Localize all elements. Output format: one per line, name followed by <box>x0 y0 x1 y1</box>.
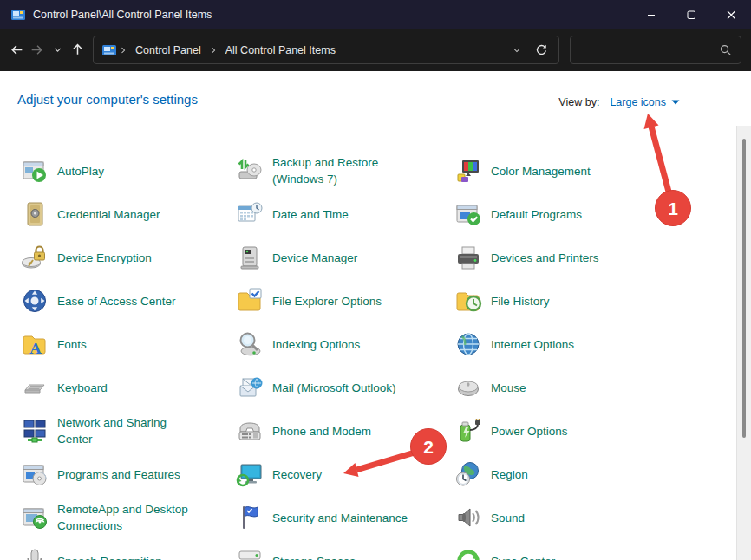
item-label: Mail (Microsoft Outlook) <box>272 380 396 396</box>
item-storage-spaces[interactable]: Storage Spaces <box>234 539 453 560</box>
devices-printers-icon <box>454 244 482 271</box>
item-region[interactable]: Region <box>453 453 734 496</box>
item-label: Recovery <box>272 466 322 483</box>
item-label: Power Options <box>491 423 568 440</box>
search-input[interactable] <box>579 44 719 56</box>
indexing-options-icon <box>236 330 264 358</box>
titlebar: Control Panel\All Control Panel Items <box>0 0 751 29</box>
item-mail-microsoft-outlook[interactable]: Mail (Microsoft Outlook) <box>234 366 453 409</box>
maximize-icon <box>684 8 698 22</box>
breadcrumb-all-control-panel-items[interactable]: All Control Panel Items <box>220 41 341 60</box>
item-autoplay[interactable]: AutoPlay <box>19 149 234 192</box>
back-icon <box>10 42 24 57</box>
item-date-and-time[interactable]: Date and Time <box>234 192 453 236</box>
content-area: Adjust your computer's settings View by:… <box>0 71 751 560</box>
minimize-button[interactable] <box>631 0 671 29</box>
internet-options-icon <box>454 330 482 358</box>
caret-down-icon <box>671 99 680 106</box>
speech-recognition-icon <box>21 547 49 560</box>
power-options-icon <box>454 417 482 445</box>
back-button[interactable] <box>7 37 27 63</box>
item-network-and-sharing-center[interactable]: Network and Sharing Center <box>19 409 234 453</box>
item-credential-manager[interactable]: Credential Manager <box>19 192 234 236</box>
color-management-icon <box>454 157 482 185</box>
item-label: Indexing Options <box>272 336 360 353</box>
mouse-icon <box>454 374 482 401</box>
item-programs-and-features[interactable]: Programs and Features <box>19 453 234 496</box>
refresh-button[interactable] <box>529 38 553 62</box>
item-label: Date and Time <box>272 206 349 223</box>
remoteapp-icon <box>21 504 49 531</box>
item-sound[interactable]: Sound <box>453 496 734 539</box>
item-fonts[interactable]: AFonts <box>19 322 234 366</box>
item-mouse[interactable]: Mouse <box>453 366 734 409</box>
window-title: Control Panel\All Control Panel Items <box>33 9 212 21</box>
item-label: Device Manager <box>272 250 357 266</box>
item-speech-recognition[interactable]: Speech Recognition <box>19 539 234 560</box>
item-label: Storage Spaces <box>272 553 356 560</box>
item-file-history[interactable]: File History <box>453 279 734 322</box>
item-label: Devices and Printers <box>491 250 599 266</box>
view-by-control: View by: Large icons <box>558 96 680 108</box>
item-device-encryption[interactable]: Device Encryption <box>19 236 234 279</box>
up-button[interactable] <box>68 37 88 63</box>
item-label: Network and Sharing Center <box>57 414 194 447</box>
close-icon <box>724 8 738 22</box>
item-label: File History <box>491 293 550 309</box>
item-internet-options[interactable]: Internet Options <box>453 322 734 366</box>
item-color-management[interactable]: Color Management <box>453 149 734 192</box>
item-devices-and-printers[interactable]: Devices and Printers <box>453 236 734 279</box>
divider <box>17 127 734 127</box>
item-ease-of-access-center[interactable]: Ease of Access Center <box>19 279 234 322</box>
item-label: Default Programs <box>491 206 582 223</box>
item-label: Region <box>491 466 528 483</box>
search-box[interactable] <box>570 36 741 64</box>
item-recovery[interactable]: Recovery <box>234 453 453 496</box>
storage-spaces-icon <box>236 547 264 560</box>
date-time-icon <box>236 200 264 228</box>
control-panel-icon <box>11 8 25 22</box>
close-button[interactable] <box>711 0 751 29</box>
item-power-options[interactable]: Power Options <box>453 409 734 453</box>
chevron-right-icon <box>208 45 219 55</box>
recent-locations-button[interactable] <box>48 37 68 63</box>
vertical-scrollbar[interactable] <box>736 126 751 560</box>
item-default-programs[interactable]: Default Programs <box>453 192 734 236</box>
network-sharing-icon <box>21 417 49 445</box>
item-remoteapp-and-desktop-connections[interactable]: RemoteApp and Desktop Connections <box>19 496 234 539</box>
item-phone-and-modem[interactable]: Phone and Modem <box>234 409 453 453</box>
address-bar[interactable]: Control Panel All Control Panel Items <box>93 36 559 64</box>
security-maintenance-icon <box>236 504 264 531</box>
maximize-button[interactable] <box>671 0 711 29</box>
mail-icon <box>236 374 264 401</box>
region-icon <box>454 460 482 488</box>
backup-restore-icon <box>236 157 264 185</box>
keyboard-icon <box>21 374 49 401</box>
item-sync-center[interactable]: Sync Center <box>453 539 734 560</box>
control-panel-items-grid: AutoPlayBackup and Restore (Windows 7)Co… <box>19 149 734 560</box>
default-programs-icon <box>454 200 482 228</box>
item-keyboard[interactable]: Keyboard <box>19 366 234 409</box>
forward-button[interactable] <box>27 37 47 63</box>
item-security-and-maintenance[interactable]: Security and Maintenance <box>234 496 453 539</box>
item-label: Keyboard <box>57 380 108 396</box>
item-file-explorer-options[interactable]: File Explorer Options <box>234 279 453 322</box>
device-encryption-icon <box>21 244 49 271</box>
scrollbar-thumb[interactable] <box>742 139 746 438</box>
item-indexing-options[interactable]: Indexing Options <box>234 322 453 366</box>
forward-icon <box>29 42 44 57</box>
item-label: Credential Manager <box>57 206 160 223</box>
breadcrumb-control-panel[interactable]: Control Panel <box>130 41 206 60</box>
navigation-bar: Control Panel All Control Panel Items <box>0 29 751 71</box>
address-dropdown-button[interactable] <box>505 38 529 62</box>
sync-center-icon <box>454 547 482 560</box>
up-icon <box>70 42 85 57</box>
svg-text:A: A <box>29 340 42 357</box>
item-label: Security and Maintenance <box>272 510 408 526</box>
item-device-manager[interactable]: Device Manager <box>234 236 453 279</box>
item-label: Ease of Access Center <box>57 293 176 309</box>
item-label: Mouse <box>491 380 526 396</box>
item-backup-and-restore-windows-7[interactable]: Backup and Restore (Windows 7) <box>234 149 453 192</box>
view-by-dropdown[interactable]: Large icons <box>610 96 680 108</box>
phone-modem-icon <box>236 417 264 445</box>
